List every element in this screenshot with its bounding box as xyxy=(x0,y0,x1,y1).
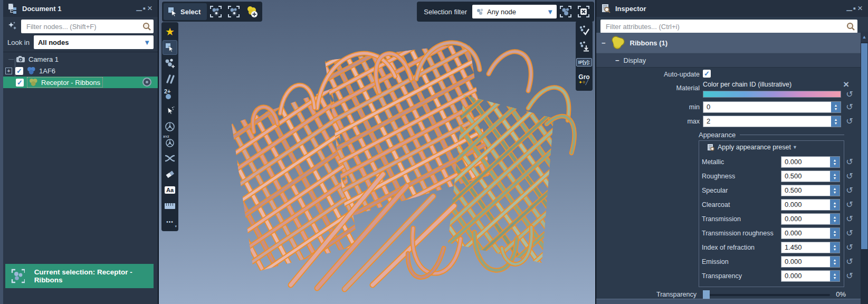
reset-icon[interactable]: ↺ xyxy=(844,185,855,196)
add-ribbons-button[interactable] xyxy=(243,3,261,20)
reset-icon[interactable]: ↺ xyxy=(844,157,855,167)
measure-tool-button[interactable] xyxy=(163,198,177,213)
text-label-button[interactable]: Aa xyxy=(163,183,177,197)
expand-icon[interactable]: + xyxy=(5,68,12,74)
tree-row-camera[interactable]: Camera 1 xyxy=(3,53,158,65)
tree-row-1af6[interactable]: + ✓ 1AF6 xyxy=(3,65,158,77)
attribute-filter-input[interactable] xyxy=(605,22,846,31)
select-button[interactable]: Select xyxy=(164,3,207,20)
property-field[interactable]: 0.500▲▼ xyxy=(781,170,840,182)
attribute-filter-field[interactable] xyxy=(600,20,857,33)
reset-icon[interactable]: ↺ xyxy=(844,89,855,100)
spinner-arrows[interactable]: ▲▼ xyxy=(830,185,840,196)
reset-icon[interactable]: ↺ xyxy=(844,102,855,112)
reset-icon[interactable]: ↺ xyxy=(844,116,855,127)
ribbons-node-header[interactable]: − Ribbons (1) xyxy=(596,33,862,53)
tree-row-receptor[interactable]: ✓ Receptor - Ribbons xyxy=(3,77,158,88)
reset-icon[interactable]: ↺ xyxy=(844,271,855,281)
move-tool-button[interactable] xyxy=(163,103,177,118)
display-section-header[interactable]: − Display xyxy=(596,53,862,68)
property-value: 0.000 xyxy=(781,271,830,281)
spinner-arrows[interactable]: ▲▼ xyxy=(831,116,841,127)
auto-update-label: Auto-update xyxy=(599,71,700,78)
selection-filter-dropdown[interactable]: Any node ▼ xyxy=(472,5,557,18)
node-filter-input[interactable] xyxy=(25,22,142,31)
spinner-arrows[interactable]: ▲▼ xyxy=(830,271,840,281)
scroll-up-button[interactable]: ▲ xyxy=(861,32,868,42)
spinner-arrows[interactable]: ▲▼ xyxy=(830,214,840,224)
material-gradient-bar[interactable] xyxy=(703,91,841,98)
node-icon xyxy=(476,8,484,15)
import-structure-button[interactable] xyxy=(577,39,592,54)
property-field[interactable]: 0.500▲▼ xyxy=(781,185,840,196)
spinner-arrows[interactable]: ▲▼ xyxy=(830,256,840,267)
ipython-console-button[interactable]: IP[y]: xyxy=(577,55,592,70)
reset-icon[interactable]: ↺ xyxy=(844,228,855,239)
spinner-arrows[interactable]: ▲▼ xyxy=(831,102,841,112)
selection-brackets-icon xyxy=(559,5,572,18)
spinner-arrows[interactable]: ▲▼ xyxy=(830,242,840,253)
gromacs-wizard-button[interactable]: Gro ✦✧╱ xyxy=(577,71,592,89)
visibility-checkbox[interactable]: ✓ xyxy=(15,67,23,75)
property-value: 0.000 xyxy=(781,200,830,210)
look-in-label: Look in xyxy=(7,39,30,46)
reset-icon[interactable]: ↺ xyxy=(844,256,855,267)
spinner-arrows[interactable]: ▲▼ xyxy=(830,171,840,182)
reset-icon[interactable]: ↺ xyxy=(844,214,855,224)
max-field[interactable]: 2 ▲▼ xyxy=(703,116,841,127)
close-icon[interactable]: × xyxy=(145,3,155,14)
transparency-slider-label: Transparency xyxy=(596,291,697,298)
close-icon[interactable]: × xyxy=(855,3,865,14)
favorites-button[interactable]: ★ xyxy=(163,24,177,39)
select-hidden-button[interactable] xyxy=(225,3,243,20)
property-field[interactable]: 0.000▲▼ xyxy=(781,156,840,168)
scrollbar-thumb[interactable] xyxy=(861,43,867,249)
inspector-scrollbar[interactable]: ▲ xyxy=(861,32,868,304)
rotate-view-button[interactable] xyxy=(163,119,177,134)
check-structure-button[interactable] xyxy=(577,23,592,38)
spinner-arrows[interactable]: ▲▼ xyxy=(830,200,840,210)
pin-icon[interactable]: ⚊▪ xyxy=(846,4,855,13)
property-field[interactable]: 0.000▲▼ xyxy=(781,199,840,211)
collapse-icon[interactable]: − xyxy=(602,39,606,47)
property-field[interactable]: 0.000▲▼ xyxy=(781,213,840,225)
select-tool-button[interactable] xyxy=(163,40,177,55)
charge-tool-button[interactable]: 2+ xyxy=(163,88,177,102)
twist-tool-button[interactable] xyxy=(163,151,177,166)
viewport-3d[interactable]: Select Selection filter xyxy=(159,0,595,304)
property-value: 1.450 xyxy=(781,242,830,253)
spinner-arrows[interactable]: ▲▼ xyxy=(830,228,840,239)
reset-icon[interactable]: ↺ xyxy=(844,171,855,182)
property-field[interactable]: 0.000▲▼ xyxy=(781,270,840,282)
min-field[interactable]: 0 ▲▼ xyxy=(703,101,841,113)
collapse-icon[interactable]: − xyxy=(615,56,619,64)
transparency-slider-track[interactable] xyxy=(705,294,830,296)
look-in-dropdown[interactable]: All nodes ▼ xyxy=(34,35,154,49)
erase-tool-button[interactable] xyxy=(163,167,177,182)
pin-icon[interactable]: ⚊▪ xyxy=(136,4,145,13)
node-filter-row xyxy=(3,18,158,35)
select-filtered-button[interactable] xyxy=(557,3,575,20)
transparency-slider-thumb[interactable] xyxy=(703,290,710,299)
bonds-tool-button[interactable] xyxy=(163,72,177,87)
select-visible-button[interactable] xyxy=(207,3,225,20)
property-field[interactable]: 0.000▲▼ xyxy=(781,256,840,268)
more-tools-button[interactable]: ••• ▾ xyxy=(163,214,177,229)
property-field[interactable]: 1.450▲▼ xyxy=(781,242,840,253)
node-filter-field[interactable] xyxy=(21,20,154,33)
deselect-all-button[interactable] xyxy=(575,3,593,20)
visibility-checkbox[interactable]: ✓ xyxy=(16,79,24,87)
add-atoms-button[interactable] xyxy=(163,56,177,71)
property-label: Transparency xyxy=(702,272,780,280)
divider xyxy=(740,135,844,135)
property-field[interactable]: 0.000▲▼ xyxy=(781,227,840,239)
property-value: 0.000 xyxy=(781,256,830,267)
active-node-indicator[interactable] xyxy=(142,78,151,87)
auto-update-checkbox[interactable]: ✓ xyxy=(703,70,711,78)
apply-preset-button[interactable]: Apply appearance preset ▼ xyxy=(707,144,797,151)
clear-material-icon[interactable]: × xyxy=(843,80,849,89)
reset-icon[interactable]: ↺ xyxy=(844,200,855,210)
reset-icon[interactable]: ↺ xyxy=(844,242,855,253)
spinner-arrows[interactable]: ▲▼ xyxy=(830,157,840,167)
rotate-xyz-button[interactable]: XYZ xyxy=(163,135,177,150)
